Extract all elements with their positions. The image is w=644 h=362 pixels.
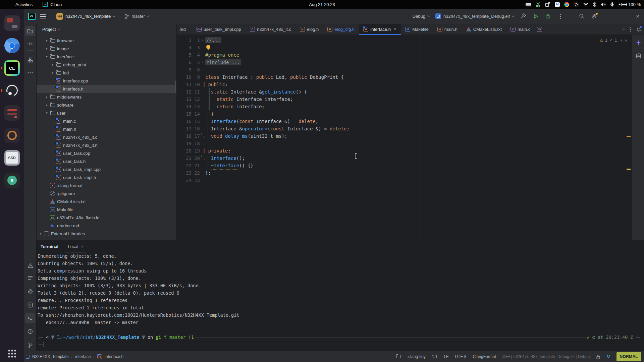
keyboard-icon[interactable] (526, 3, 531, 6)
caret-position-widget[interactable]: 1:1 (432, 354, 438, 359)
close-button[interactable]: × (635, 13, 641, 20)
editor-tab-partial[interactable]: C+ (535, 24, 545, 35)
chrome-icon[interactable] (564, 2, 569, 7)
tool-build-button[interactable] (25, 286, 35, 296)
dock-item-app-red[interactable] (4, 105, 20, 121)
build-type-selector[interactable]: Debug (413, 14, 430, 19)
project-scrollbar[interactable] (175, 80, 176, 93)
project-tree-item-user_task_impl.h[interactable]: Huser_task_impl.h (37, 173, 176, 181)
breadcrumb-folder[interactable]: interface (75, 354, 91, 359)
code-style-widget[interactable]: ClangFormat (473, 354, 496, 359)
terminal-title[interactable]: Terminal (41, 244, 58, 249)
build-button[interactable] (520, 13, 527, 20)
focused-app-indicator[interactable]: CL CLion (43, 2, 62, 7)
dock-item-chromium[interactable] (4, 38, 20, 53)
project-tree-item-main.c[interactable]: Cmain.c (37, 117, 176, 125)
inspections-widget[interactable]: ⚠1 ✓1 ∧ ∨ (599, 38, 627, 43)
tree-chevron-icon[interactable]: ▾ (44, 55, 50, 58)
editor-tab-CMakeLists.txt[interactable]: CMakeLists.txt (462, 24, 506, 35)
obs-icon[interactable] (574, 2, 579, 7)
tree-chevron-icon[interactable]: ▾ (44, 111, 50, 115)
encoding-widget[interactable]: UTF-8 (455, 354, 466, 359)
project-tree-item-main.h[interactable]: Hmain.h (37, 125, 176, 133)
hidden-tabs-chevron-icon[interactable] (622, 27, 625, 30)
minimize-button[interactable]: – (610, 13, 616, 19)
notifications-bell-icon[interactable] (636, 27, 641, 32)
editor-tab-elog_cfg.h[interactable]: Helog_cfg.h (323, 24, 359, 35)
editor-tab-.md[interactable]: .md (177, 24, 192, 35)
editor-tab-main.h[interactable]: Hmain.h (433, 24, 462, 35)
project-tree-item-interface.h[interactable]: Hinterface.h (37, 85, 176, 93)
tree-chevron-icon[interactable]: ▸ (44, 95, 50, 99)
prev-problem-icon[interactable]: ∧ (620, 39, 623, 42)
show-applications-button[interactable] (8, 349, 16, 358)
settings-gear-icon[interactable] (591, 13, 597, 20)
tool-commit-button[interactable] (25, 39, 35, 49)
tree-chevron-icon[interactable]: ▸ (44, 103, 50, 107)
project-tree-item-firmware[interactable]: ▸firmware (37, 37, 176, 45)
tree-chevron-icon[interactable]: ▸ (50, 63, 56, 66)
project-tree-item-n32h47x_48x_it.c[interactable]: Cn32h47x_48x_it.c (37, 133, 176, 141)
editor-tab-Makefile[interactable]: MMakefile (401, 24, 433, 35)
resolve-context-widget[interactable]: C++ | n32h47x_48x_template_Debug.elf | D… (502, 354, 590, 359)
project-tree-item-debug_print[interactable]: ▸debug_print (37, 61, 176, 69)
close-tab-icon[interactable]: × (394, 26, 396, 32)
vcs-widget[interactable]: master (124, 14, 149, 19)
microphone-icon[interactable] (610, 2, 614, 7)
project-tree-item-.clang-format[interactable]: Y.clang-format (37, 181, 176, 189)
run-configuration-selector[interactable]: n32h47x_48x_template_Debug.elf (435, 13, 514, 19)
main-menu-icon[interactable] (40, 14, 46, 18)
project-tree-item-interface.cpp[interactable]: C+interface.cpp (37, 77, 176, 85)
tool-todo-button[interactable] (25, 273, 35, 283)
tree-chevron-icon[interactable]: ▸ (44, 47, 50, 50)
tool-structure-button[interactable] (25, 55, 35, 65)
dock-item-ssd[interactable]: SSD (4, 150, 20, 166)
editor-tab-n32h47x_48x_it.c[interactable]: Cn32h47x_48x_it.c (246, 24, 296, 35)
run-button[interactable] (532, 13, 539, 20)
project-tree-item-middlewares[interactable]: ▸middlewares (37, 93, 176, 101)
project-tree-item-user_task.h[interactable]: Huser_task.h (37, 157, 176, 165)
breadcrumb-file[interactable]: interface.h (105, 354, 123, 359)
project-tree-item-.gitignore[interactable]: .gitignore (37, 189, 176, 197)
search-everywhere-icon[interactable] (578, 13, 585, 20)
terminal-tab-local[interactable]: Local × (68, 240, 84, 252)
tool-project-button[interactable] (25, 26, 35, 36)
project-tree-item-n32h47x_48x_it.h[interactable]: Hn32h47x_48x_it.h (37, 141, 176, 149)
unlock-icon[interactable] (596, 354, 600, 359)
dock-item-app-orange[interactable] (4, 128, 20, 143)
folder-icon[interactable] (396, 355, 401, 358)
tool-git-button[interactable] (25, 340, 35, 350)
project-tree-item-software[interactable]: ▸software (37, 101, 176, 109)
close-icon[interactable]: × (81, 244, 84, 249)
fold-arrow-icon[interactable]: › (200, 37, 205, 44)
tool-ai-assistant-button[interactable] (633, 38, 643, 48)
debug-button[interactable] (545, 13, 551, 20)
scissors-icon[interactable] (536, 2, 541, 7)
terminal-input-line[interactable]: ╰─ (38, 341, 644, 348)
tool-more-button[interactable] (25, 68, 35, 78)
project-tree-item-interface[interactable]: ▾interface (37, 53, 176, 61)
ideavim-icon[interactable]: V (607, 354, 610, 359)
next-problem-icon[interactable]: ∨ (625, 39, 627, 42)
intention-bulb-icon[interactable] (206, 45, 210, 49)
gmail-icon[interactable]: M (555, 2, 560, 7)
breadcrumb-project[interactable]: N32H4XX_Template (32, 354, 69, 359)
clion-logo-icon[interactable]: CL (28, 13, 36, 20)
project-widget[interactable]: NH n32h47x_48x_template (56, 13, 115, 20)
project-tree-item-External Libraries[interactable]: ▸External Libraries (37, 230, 176, 238)
project-tree-item-user_task.cpp[interactable]: C+user_task.cpp (37, 149, 176, 157)
dock-item-clion[interactable]: CL (4, 60, 20, 76)
project-tree-item-readme.md[interactable]: M↓readme.md (37, 222, 176, 230)
tree-chevron-icon[interactable]: ▸ (50, 71, 56, 74)
tool-inspections-button[interactable] (25, 326, 35, 337)
project-tree-item-user_task_impl.cpp[interactable]: C+user_task_impl.cpp (37, 165, 176, 173)
breadcrumb[interactable]: N32H4XX_Template › interface › H interfa… (26, 354, 123, 359)
project-tree-item-image[interactable]: ▸image (37, 45, 176, 53)
project-tree-item-user[interactable]: ▾user (37, 109, 176, 117)
clang-tidy-widget[interactable]: .clang-tidy (407, 354, 426, 359)
editor-tab-main.c[interactable]: Cmain.c (506, 24, 535, 35)
line-separator-widget[interactable]: LF (444, 354, 448, 359)
fold-arrow-icon[interactable]: › (200, 59, 205, 66)
bluetooth-icon[interactable] (593, 2, 596, 7)
clock[interactable]: Aug 21 20:23 (309, 0, 335, 9)
